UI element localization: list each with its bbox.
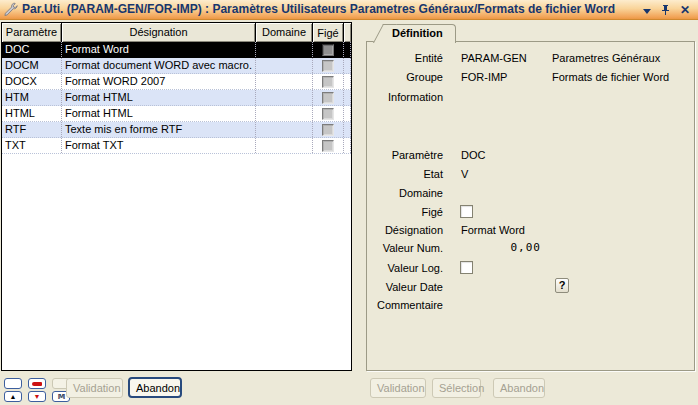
domaine-label: Domaine (371, 185, 443, 201)
valeur-date-label: Valeur Date (371, 279, 443, 295)
designation-label: Désignation (371, 222, 443, 238)
table-row[interactable]: RTFTexte mis en forme RTF (2, 122, 351, 138)
cell-c0: TXT (2, 138, 62, 153)
information-label: Information (371, 89, 443, 105)
cell-c1: Format document WORD avec macro. (62, 58, 256, 73)
cell-c1: Format TXT (62, 138, 256, 153)
window-title: Par.Uti. (PARAM-GEN/FOR-IMP) : Paramètre… (22, 2, 615, 16)
parameters-table: Paramètre Désignation Domaine Figé DOCFo… (1, 22, 352, 371)
grid-nav-buttons: ▲▼[M] (4, 378, 70, 402)
parameter-window: Par.Uti. (PARAM-GEN/FOR-IMP) : Paramètre… (0, 0, 698, 405)
cell-c0: DOCX (2, 74, 62, 89)
tab-definition[interactable]: Définition (384, 24, 456, 43)
definition-panel: Entité PARAM-GEN Parametres Généraux Gro… (366, 41, 695, 371)
valeur-log-checkbox[interactable] (460, 261, 473, 274)
table-row[interactable]: TXTFormat TXT (2, 138, 351, 154)
table-row[interactable]: HTMFormat HTML (2, 90, 351, 106)
cell-fige (313, 74, 344, 89)
cell-c0: HTM (2, 90, 62, 105)
commentaire-label: Commentaire (371, 297, 443, 313)
pin-icon[interactable] (661, 4, 670, 16)
column-header-filler (344, 23, 351, 42)
grid-body: DOCFormat WordDOCMFormat document WORD a… (2, 42, 351, 154)
cell-filler (344, 74, 351, 89)
parametre-label: Paramètre (371, 147, 443, 163)
cell-c1: Texte mis en forme RTF (62, 122, 256, 137)
valeur-num-value: 0,00 (461, 240, 541, 256)
cell-fige (313, 58, 344, 73)
fige-grid-checkbox (322, 60, 334, 72)
fige-grid-checkbox (322, 124, 334, 136)
cell-c2 (256, 138, 313, 153)
column-header-fige[interactable]: Figé (313, 23, 344, 42)
nav-current-line-button[interactable] (28, 378, 46, 389)
cell-filler (344, 122, 351, 137)
cell-fige (313, 90, 344, 105)
nav-line-up-button[interactable]: ▲ (4, 391, 22, 402)
validation-left-button[interactable]: Validation (66, 378, 123, 398)
cell-fige (313, 106, 344, 121)
cell-c0: RTF (2, 122, 62, 137)
cell-filler (344, 58, 351, 73)
cell-c0: DOCM (2, 58, 62, 73)
abandon-right-button[interactable]: Abandon (493, 378, 545, 398)
cell-c2 (256, 122, 313, 137)
cell-filler (344, 42, 351, 57)
cell-c2 (256, 42, 313, 57)
column-header-parametre[interactable]: Paramètre (2, 23, 62, 42)
cell-filler (344, 106, 351, 121)
wrench-icon (3, 2, 18, 17)
fige-grid-checkbox (322, 44, 334, 56)
cell-c0: DOC (2, 42, 62, 57)
table-row[interactable]: DOCXFormat WORD 2007 (2, 74, 351, 90)
cell-c2 (256, 74, 313, 89)
groupe-value: FOR-IMP (461, 69, 507, 85)
entite-value: PARAM-GEN (461, 50, 527, 66)
column-header-domaine[interactable]: Domaine (256, 23, 313, 42)
groupe-label: Groupe (371, 69, 443, 85)
cell-c1: Format WORD 2007 (62, 74, 256, 89)
entite-description: Parametres Généraux (552, 50, 660, 66)
selection-button[interactable]: Sélection (432, 378, 481, 398)
cell-fige (313, 138, 344, 153)
valeur-num-label: Valeur Num. (371, 240, 443, 256)
etat-label: Etat (371, 166, 443, 182)
designation-value: Format Word (461, 222, 525, 238)
fige-grid-checkbox (322, 140, 334, 152)
table-row[interactable]: DOCFormat Word (2, 42, 351, 58)
nav-blank-button[interactable] (4, 378, 22, 389)
titlebar: Par.Uti. (PARAM-GEN/FOR-IMP) : Paramètre… (0, 0, 698, 20)
fige-grid-checkbox (322, 108, 334, 120)
valeur-date-help-button[interactable]: ? (555, 278, 569, 293)
cell-c1: Format Word (62, 42, 256, 57)
cell-filler (344, 138, 351, 153)
cell-c1: Format HTML (62, 106, 256, 121)
cell-fige (313, 42, 344, 57)
groupe-description: Formats de fichier Word (552, 69, 669, 85)
abandon-left-button[interactable]: Abandon (128, 377, 182, 398)
validation-right-button[interactable]: Validation (370, 378, 426, 398)
etat-value: V (461, 166, 468, 182)
cell-filler (344, 90, 351, 105)
cell-c2 (256, 106, 313, 121)
table-header: Paramètre Désignation Domaine Figé (2, 23, 351, 42)
tab-label: Définition (392, 27, 443, 39)
nav-line-down-button[interactable]: ▼ (28, 391, 46, 402)
fige-checkbox[interactable] (460, 205, 473, 218)
cell-c1: Format HTML (62, 90, 256, 105)
table-row[interactable]: HTMLFormat HTML (2, 106, 351, 122)
cell-c2 (256, 58, 313, 73)
parametre-value: DOC (461, 147, 485, 163)
entite-label: Entité (371, 50, 443, 66)
fige-grid-checkbox (322, 92, 334, 104)
cell-c0: HTML (2, 106, 62, 121)
column-header-designation[interactable]: Désignation (62, 23, 256, 42)
fige-grid-checkbox (322, 76, 334, 88)
close-icon[interactable]: ✕ (680, 5, 690, 16)
table-row[interactable]: DOCMFormat document WORD avec macro. (2, 58, 351, 74)
cell-fige (313, 122, 344, 137)
window-menu-chevron-down-icon[interactable] (643, 9, 651, 14)
fige-label: Figé (371, 204, 443, 220)
cell-c2 (256, 90, 313, 105)
valeur-log-label: Valeur Log. (371, 260, 443, 276)
